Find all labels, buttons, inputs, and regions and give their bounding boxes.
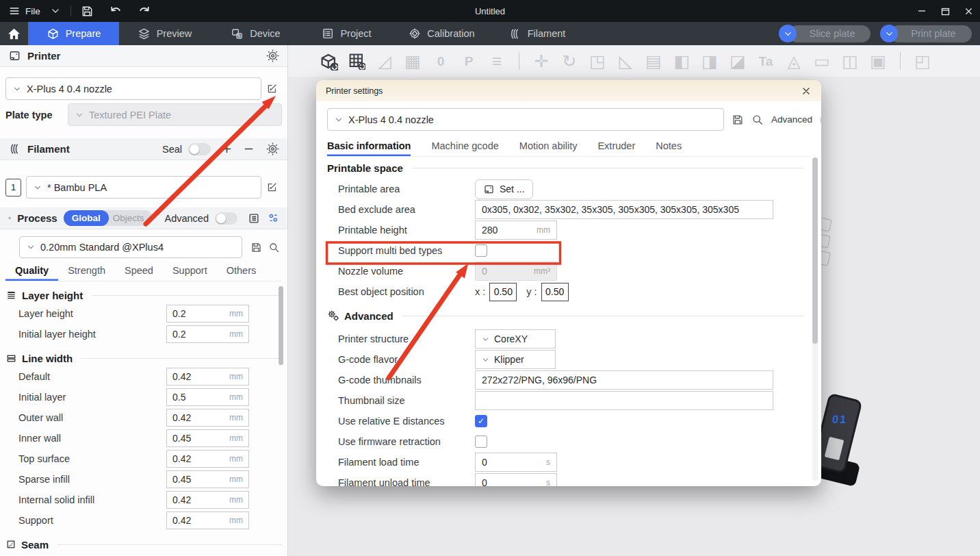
dialog-tab-machine-gcode[interactable]: Machine gcode bbox=[431, 140, 498, 156]
printer-preset-select[interactable]: X-Plus 4 0.4 nozzle bbox=[5, 77, 261, 100]
printable-area-set-button[interactable]: Set ... bbox=[475, 179, 533, 199]
layer-height-input[interactable]: 0.2mm bbox=[166, 305, 249, 323]
line-width-support-input[interactable]: 0.42mm bbox=[166, 511, 249, 529]
dialog-tab-basic-information[interactable]: Basic information bbox=[327, 140, 411, 156]
print-plate-button[interactable]: Print plate bbox=[890, 25, 972, 42]
save-button[interactable] bbox=[81, 5, 94, 18]
load-time-input[interactable]: 0s bbox=[475, 453, 557, 472]
dialog-tab-extruder[interactable]: Extruder bbox=[597, 140, 635, 156]
gcode-thumbnails-input[interactable]: 272x272/PNG, 96x96/PNG bbox=[475, 370, 773, 390]
firmware-retraction-checkbox[interactable] bbox=[475, 435, 487, 448]
dialog-printer-preset-select[interactable]: X-Plus 4 0.4 nozzle bbox=[327, 108, 724, 131]
scope-global-button[interactable]: Global bbox=[64, 210, 109, 226]
tab-speed[interactable]: Speed bbox=[115, 265, 163, 281]
tab-device[interactable]: Device bbox=[210, 22, 301, 45]
undo-button[interactable] bbox=[109, 4, 122, 18]
edit-filament-preset-button[interactable] bbox=[261, 181, 282, 193]
slice-plate-dropdown[interactable] bbox=[779, 25, 797, 42]
tab-others[interactable]: Others bbox=[217, 265, 266, 281]
thumbnail-size-input[interactable] bbox=[475, 391, 773, 410]
print-plate-dropdown[interactable] bbox=[880, 25, 898, 42]
move-icon[interactable]: ✛ bbox=[530, 50, 552, 72]
add-object-button[interactable] bbox=[318, 50, 339, 72]
scope-objects-button[interactable]: Objects bbox=[109, 213, 153, 223]
line-width-top-surface-input[interactable]: 0.42mm bbox=[166, 450, 249, 468]
assembly-icon[interactable]: ◰ bbox=[912, 50, 933, 72]
arrange-icon[interactable]: ▦ bbox=[402, 50, 424, 72]
paint-icon[interactable]: ◬ bbox=[783, 50, 805, 72]
lay-flat-icon[interactable]: ◺ bbox=[615, 50, 636, 72]
add-filament-button[interactable] bbox=[221, 143, 233, 155]
seal-toggle[interactable] bbox=[188, 143, 211, 155]
fill-icon[interactable]: ◨ bbox=[699, 50, 721, 72]
copy-number-icon[interactable]: 0 bbox=[430, 50, 452, 72]
best-position-y-input[interactable]: 0.50 bbox=[541, 283, 569, 301]
auto-orient-icon[interactable]: ◿ bbox=[374, 50, 396, 72]
filament-settings-gear-button[interactable] bbox=[266, 142, 279, 155]
add-plate-button[interactable] bbox=[346, 50, 368, 72]
line-width-inner-wall-input[interactable]: 0.45mm bbox=[166, 429, 249, 447]
filament-preset-select[interactable]: * Bambu PLA bbox=[26, 176, 261, 199]
sidebar-scrollbar[interactable] bbox=[279, 286, 283, 365]
close-button[interactable] bbox=[957, 0, 980, 22]
slice-plate-button[interactable]: Slice plate bbox=[788, 25, 871, 42]
copy-plate-icon[interactable]: P bbox=[458, 50, 480, 72]
initial-layer-height-input[interactable]: 0.2mm bbox=[166, 325, 249, 343]
file-menu-chevron[interactable] bbox=[50, 5, 61, 16]
seam-icon[interactable]: ◪ bbox=[727, 50, 749, 72]
maximize-button[interactable] bbox=[933, 0, 957, 22]
tab-strength[interactable]: Strength bbox=[58, 265, 115, 281]
remove-filament-button[interactable] bbox=[243, 143, 255, 155]
minimize-button[interactable] bbox=[910, 0, 933, 22]
home-button[interactable] bbox=[0, 22, 28, 45]
edit-printer-preset-button[interactable] bbox=[261, 83, 282, 94]
dialog-close-button[interactable] bbox=[801, 86, 812, 97]
gcode-flavor-select[interactable]: Klipper bbox=[475, 350, 556, 369]
bed-exclude-input[interactable]: 0x305, 0x302, 35x302, 35x305, 305x305, 3… bbox=[475, 200, 773, 219]
search-preset-button[interactable] bbox=[266, 242, 282, 253]
printer-settings-gear-button[interactable] bbox=[266, 49, 279, 62]
dialog-tab-notes[interactable]: Notes bbox=[656, 140, 682, 156]
scale-icon[interactable]: ◳ bbox=[586, 50, 608, 72]
relative-e-checkbox[interactable]: ✓ bbox=[475, 415, 487, 427]
gcode-thumbnails-row: G-code thumbnails 272x272/PNG, 96x96/PNG bbox=[338, 370, 821, 390]
dialog-search-button[interactable] bbox=[751, 114, 764, 126]
tab-filament[interactable]: Filament bbox=[491, 22, 582, 45]
file-menu[interactable]: File bbox=[8, 5, 40, 17]
object-filter-button[interactable] bbox=[268, 212, 279, 224]
printable-height-input[interactable]: 280mm bbox=[475, 220, 557, 240]
line-width-internal-solid-infill-input[interactable]: 0.42mm bbox=[166, 491, 249, 509]
measure-icon[interactable]: ▭ bbox=[811, 50, 833, 72]
object-list-icon[interactable]: ≡ bbox=[486, 50, 508, 72]
cut-icon[interactable]: ▤ bbox=[643, 50, 665, 72]
redo-button[interactable] bbox=[138, 4, 151, 18]
dialog-advanced-toggle[interactable] bbox=[820, 114, 821, 126]
line-width-outer-wall-input[interactable]: 0.42mm bbox=[166, 409, 249, 427]
tab-project[interactable]: Project bbox=[301, 22, 392, 45]
line-width-initial-layer-input[interactable]: 0.5mm bbox=[166, 388, 249, 406]
support-paint-icon[interactable]: ◫ bbox=[839, 50, 861, 72]
best-position-x-input[interactable]: 0.50 bbox=[489, 283, 517, 301]
tab-prepare[interactable]: Prepare bbox=[28, 22, 119, 45]
multi-bed-checkbox[interactable] bbox=[475, 244, 487, 257]
line-width-sparse-infill-input[interactable]: 0.45mm bbox=[166, 470, 249, 488]
dialog-scrollbar-thumb[interactable] bbox=[812, 157, 818, 344]
plate-type-select[interactable]: Textured PEI Plate bbox=[68, 103, 282, 126]
process-preset-select[interactable]: 0.20mm Standard @XPlus4 bbox=[19, 236, 242, 258]
tab-preview[interactable]: Preview bbox=[119, 22, 210, 45]
param-list-button[interactable] bbox=[248, 212, 260, 225]
rotate-icon[interactable]: ↻ bbox=[558, 50, 580, 72]
printer-structure-select[interactable]: CoreXY bbox=[475, 329, 556, 349]
boolean-icon[interactable]: ◧ bbox=[671, 50, 693, 72]
frame-icon[interactable]: ▣ bbox=[867, 50, 889, 72]
tab-quality[interactable]: Quality bbox=[5, 265, 58, 281]
advanced-toggle[interactable] bbox=[215, 212, 237, 225]
tab-support[interactable]: Support bbox=[163, 265, 217, 281]
line-width-default-input[interactable]: 0.42mm bbox=[166, 368, 249, 386]
tab-calibration[interactable]: Calibration bbox=[392, 22, 491, 45]
dialog-tab-motion-ability[interactable]: Motion ability bbox=[519, 140, 578, 156]
unload-time-input[interactable]: 0s bbox=[475, 473, 557, 486]
save-process-preset-button[interactable] bbox=[246, 242, 266, 253]
text-tool-icon[interactable]: Ta bbox=[755, 50, 777, 72]
dialog-save-preset-button[interactable] bbox=[732, 114, 744, 126]
